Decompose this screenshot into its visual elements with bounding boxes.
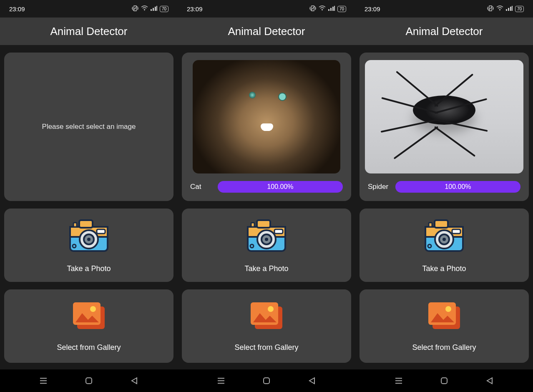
camera-icon xyxy=(68,218,110,255)
app-bar: Animal Detector xyxy=(178,18,355,45)
svg-rect-44 xyxy=(508,8,509,11)
content-area: Spider 100.00% Take a Photo Select from … xyxy=(355,45,533,369)
status-right: 70 xyxy=(487,5,524,13)
phone-screen-2: 23:09 70 Animal Detector Cat 100.00% xyxy=(178,0,355,392)
nav-home-icon[interactable] xyxy=(262,376,271,385)
status-time: 23:09 xyxy=(9,5,25,13)
status-right: 70 xyxy=(132,5,168,13)
app-title: Animal Detector xyxy=(50,25,128,38)
svg-rect-50 xyxy=(429,223,432,227)
svg-rect-23 xyxy=(330,8,332,11)
result-row: Spider 100.00% xyxy=(367,181,521,193)
battery-icon: 70 xyxy=(337,6,346,12)
select-gallery-label: Select from Gallery xyxy=(57,343,121,352)
nav-home-icon[interactable] xyxy=(84,376,93,385)
wifi-icon xyxy=(319,5,326,12)
svg-rect-3 xyxy=(155,7,156,11)
take-photo-button[interactable]: Take a Photo xyxy=(182,209,351,282)
camera-icon xyxy=(423,218,465,255)
svg-rect-51 xyxy=(452,229,460,234)
svg-rect-1 xyxy=(151,9,152,11)
gallery-icon xyxy=(247,301,286,334)
svg-rect-4 xyxy=(156,6,157,11)
take-photo-label: Take a Photo xyxy=(244,264,288,273)
svg-point-0 xyxy=(144,10,145,11)
nav-recent-icon[interactable] xyxy=(394,376,403,385)
svg-rect-29 xyxy=(251,223,254,227)
battery-icon: 70 xyxy=(515,6,524,12)
confidence-pill: 100.00% xyxy=(218,181,343,193)
confidence-text: 100.00% xyxy=(445,183,471,191)
camera-icon xyxy=(245,218,288,255)
vibrate-icon xyxy=(309,5,316,13)
app-bar: Animal Detector xyxy=(355,18,533,45)
status-time: 23:09 xyxy=(365,5,380,13)
nav-back-icon[interactable] xyxy=(307,376,317,385)
confidence-text: 100.00% xyxy=(267,183,293,191)
preview-placeholder: Please select select an image xyxy=(42,123,136,131)
select-gallery-button[interactable]: Select from Gallery xyxy=(4,289,173,363)
svg-point-42 xyxy=(499,10,500,11)
result-label: Spider xyxy=(368,183,389,191)
nav-recent-icon[interactable] xyxy=(216,376,226,385)
svg-rect-8 xyxy=(73,223,77,227)
status-bar: 23:09 70 xyxy=(0,0,178,18)
select-gallery-button[interactable]: Select from Gallery xyxy=(360,289,529,363)
vibrate-icon xyxy=(487,5,494,13)
svg-rect-43 xyxy=(506,9,507,11)
nav-back-icon[interactable] xyxy=(130,376,139,385)
gallery-icon xyxy=(70,301,108,334)
nav-back-icon[interactable] xyxy=(485,376,494,385)
detected-image xyxy=(365,60,523,173)
svg-rect-7 xyxy=(79,220,93,228)
select-gallery-label: Select from Gallery xyxy=(412,343,476,352)
vibrate-icon xyxy=(132,5,138,13)
svg-rect-46 xyxy=(512,6,513,11)
take-photo-button[interactable]: Take a Photo xyxy=(360,209,529,282)
svg-rect-41 xyxy=(264,378,269,384)
svg-rect-45 xyxy=(510,7,511,11)
svg-rect-24 xyxy=(332,7,334,11)
app-bar: Animal Detector xyxy=(0,18,178,45)
app-title: Animal Detector xyxy=(406,25,483,38)
take-photo-label: Take a Photo xyxy=(67,264,111,273)
svg-rect-30 xyxy=(274,229,283,234)
svg-point-58 xyxy=(445,306,451,312)
nav-recent-icon[interactable] xyxy=(39,376,48,385)
nav-bar xyxy=(178,369,355,392)
status-right: 70 xyxy=(309,5,346,13)
select-gallery-button[interactable]: Select from Gallery xyxy=(182,289,351,363)
nav-bar xyxy=(0,369,178,392)
svg-rect-22 xyxy=(328,9,329,11)
svg-rect-28 xyxy=(257,220,270,228)
svg-point-54 xyxy=(442,238,446,241)
content-area: Cat 100.00% Take a Photo Select from Gal… xyxy=(178,45,355,369)
status-bar: 23:09 70 xyxy=(355,0,533,18)
wifi-icon xyxy=(141,5,148,12)
wifi-icon xyxy=(496,5,503,12)
svg-point-37 xyxy=(268,306,274,312)
preview-card: Spider 100.00% xyxy=(360,53,529,201)
svg-point-16 xyxy=(90,306,96,312)
signal-icon xyxy=(328,6,335,12)
svg-rect-49 xyxy=(435,220,448,228)
battery-icon: 70 xyxy=(160,6,168,12)
svg-rect-62 xyxy=(441,378,447,384)
nav-bar xyxy=(355,369,533,392)
preview-card: Please select select an image xyxy=(4,53,173,201)
svg-rect-25 xyxy=(334,6,335,11)
detected-image xyxy=(193,60,340,173)
confidence-pill: 100.00% xyxy=(395,181,520,193)
svg-rect-20 xyxy=(86,378,92,384)
status-time: 23:09 xyxy=(187,5,203,13)
svg-point-12 xyxy=(87,238,91,241)
nav-home-icon[interactable] xyxy=(440,376,449,385)
take-photo-button[interactable]: Take a Photo xyxy=(4,209,173,282)
result-label: Cat xyxy=(190,183,211,191)
gallery-icon xyxy=(425,301,463,334)
result-row: Cat 100.00% xyxy=(189,181,344,193)
take-photo-label: Take a Photo xyxy=(422,264,466,273)
signal-icon xyxy=(506,6,513,12)
svg-point-21 xyxy=(322,10,322,11)
svg-rect-9 xyxy=(97,229,105,234)
